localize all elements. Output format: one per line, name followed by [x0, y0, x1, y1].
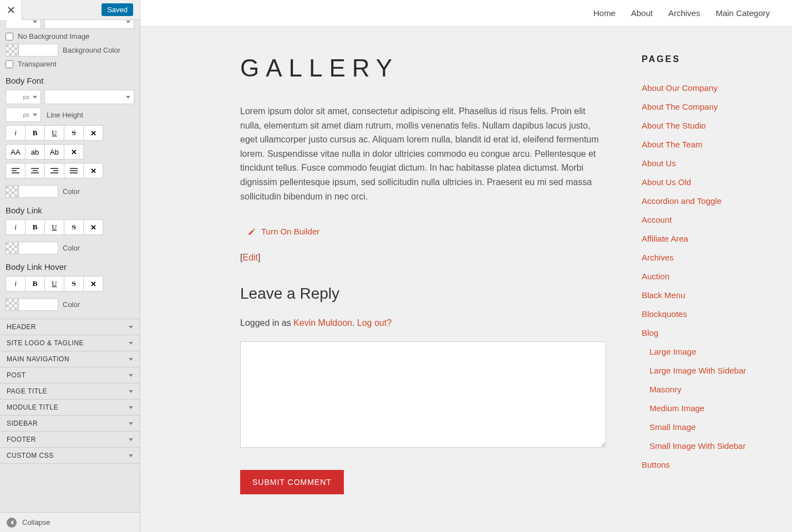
- leave-reply-heading: Leave a Reply: [240, 285, 606, 303]
- chevron-down-icon: [129, 374, 133, 377]
- lowercase-button[interactable]: ab: [25, 144, 45, 160]
- bg-color-input[interactable]: [18, 44, 58, 57]
- align-center-button[interactable]: [25, 163, 45, 178]
- close-button[interactable]: [0, 0, 22, 20]
- clear-transform-button[interactable]: ✕: [64, 144, 84, 160]
- nav-link[interactable]: About: [631, 8, 653, 18]
- page-link[interactable]: Large Image With Sidebar: [642, 366, 769, 375]
- panel-scroll[interactable]: No Background Image Background Color Tra…: [0, 20, 140, 512]
- edit-link[interactable]: Edit: [242, 253, 258, 262]
- chevron-down-icon: [129, 422, 133, 425]
- nav-link[interactable]: Home: [593, 8, 616, 18]
- page-link[interactable]: About The Team: [642, 140, 769, 149]
- collapse-button[interactable]: Collapse: [0, 512, 140, 532]
- accordion-item[interactable]: POST: [0, 367, 140, 383]
- accordion-item[interactable]: CUSTOM CSS: [0, 448, 140, 464]
- bg-repeat-select[interactable]: [44, 20, 134, 29]
- no-bg-image-checkbox[interactable]: [6, 33, 13, 40]
- clear-style-button[interactable]: ✕: [83, 125, 103, 141]
- align-right-button[interactable]: [44, 163, 64, 178]
- align-justify-button[interactable]: [64, 163, 84, 178]
- page-link[interactable]: About The Company: [642, 102, 769, 111]
- hover-clear-button[interactable]: ✕: [83, 276, 103, 291]
- user-profile-link[interactable]: Kevin Muldoon: [293, 318, 352, 328]
- hover-color-swatch[interactable]: [6, 298, 18, 311]
- transparent-checkbox-row[interactable]: Transparent: [6, 60, 134, 68]
- link-bold-button[interactable]: B: [25, 219, 45, 235]
- page-link[interactable]: Archives: [642, 253, 769, 262]
- font-size-select[interactable]: px: [6, 90, 41, 104]
- underline-button[interactable]: U: [44, 125, 64, 141]
- page-link[interactable]: Black Menu: [642, 290, 769, 300]
- accordion-item[interactable]: SITE LOGO & TAGLINE: [0, 335, 140, 351]
- pages-sidebar: PAGES About Our CompanyAbout The Company…: [642, 54, 769, 494]
- page-link[interactable]: Large Image: [642, 347, 769, 356]
- uppercase-button[interactable]: AA: [6, 144, 26, 160]
- accordion-item[interactable]: HEADER: [0, 319, 140, 335]
- italic-button[interactable]: i: [6, 125, 26, 141]
- no-bg-image-label: No Background Image: [18, 32, 89, 40]
- line-height-label: Line Height: [47, 111, 83, 119]
- bg-color-swatch[interactable]: [6, 44, 18, 57]
- accordion-item[interactable]: FOOTER: [0, 432, 140, 448]
- chevron-down-icon: [126, 96, 130, 99]
- page-link[interactable]: Blockquotes: [642, 309, 769, 319]
- link-color-swatch[interactable]: [6, 242, 18, 254]
- page-link[interactable]: Small Image: [642, 422, 769, 432]
- page-link[interactable]: Affiliate Area: [642, 234, 769, 243]
- nav-link[interactable]: Main Category: [715, 8, 770, 18]
- font-style-group: i B U S ✕: [6, 125, 134, 141]
- page-link[interactable]: Small Image With Sidebar: [642, 441, 769, 451]
- page-link[interactable]: About Our Company: [642, 83, 769, 93]
- submit-comment-button[interactable]: SUBMIT COMMENT: [240, 470, 344, 494]
- clear-align-button[interactable]: ✕: [83, 163, 103, 178]
- accordion-item[interactable]: MODULE TITLE: [0, 400, 140, 416]
- hover-color-label: Color: [63, 300, 80, 309]
- turn-on-builder-label: Turn On Builder: [261, 227, 319, 236]
- line-height-select[interactable]: px: [6, 108, 41, 122]
- capitalize-button[interactable]: Ab: [44, 144, 64, 160]
- page-link[interactable]: Accordion and Toggle: [642, 196, 769, 206]
- bg-position-select[interactable]: [6, 20, 41, 29]
- link-color-input[interactable]: [18, 242, 58, 254]
- font-color-input[interactable]: [18, 185, 58, 198]
- page-link[interactable]: About Us: [642, 158, 769, 168]
- link-underline-button[interactable]: U: [44, 219, 64, 235]
- accordion-item[interactable]: MAIN NAVIGATION: [0, 351, 140, 367]
- link-italic-button[interactable]: i: [6, 219, 26, 235]
- font-family-select[interactable]: [44, 90, 134, 104]
- collapse-label: Collapse: [22, 518, 50, 526]
- main-nav: HomeAboutArchivesMain Category: [593, 8, 770, 18]
- page-link[interactable]: Medium Image: [642, 403, 769, 413]
- accordion-item[interactable]: SIDEBAR: [0, 416, 140, 432]
- page-link[interactable]: Masonry: [642, 385, 769, 394]
- page-link[interactable]: Blog: [642, 328, 769, 337]
- no-bg-image-checkbox-row[interactable]: No Background Image: [6, 32, 134, 40]
- preview-pane: HomeAboutArchivesMain Category GALLERY L…: [140, 0, 792, 532]
- hover-color-input[interactable]: [18, 298, 58, 311]
- page-link[interactable]: Auction: [642, 272, 769, 281]
- link-hover-style-group: i B U S ✕: [6, 276, 134, 291]
- transparent-checkbox[interactable]: [6, 60, 13, 68]
- logout-link[interactable]: Log out?: [357, 318, 392, 328]
- page-link[interactable]: About Us Old: [642, 177, 769, 187]
- font-color-swatch[interactable]: [6, 185, 18, 198]
- link-strike-button[interactable]: S: [64, 219, 84, 235]
- hover-underline-button[interactable]: U: [44, 276, 64, 291]
- page-link[interactable]: Account: [642, 215, 769, 224]
- turn-on-builder-link[interactable]: Turn On Builder: [248, 227, 606, 236]
- nav-link[interactable]: Archives: [668, 8, 700, 18]
- strike-button[interactable]: S: [64, 125, 84, 141]
- link-clear-button[interactable]: ✕: [83, 219, 103, 235]
- align-left-button[interactable]: [6, 163, 26, 178]
- page-link[interactable]: About The Studio: [642, 121, 769, 130]
- logged-in-text: Logged in as Kevin Muldoon. Log out?: [240, 318, 606, 328]
- bold-button[interactable]: B: [25, 125, 45, 141]
- hover-bold-button[interactable]: B: [25, 276, 45, 291]
- page-link[interactable]: Buttons: [642, 460, 769, 469]
- comment-textarea[interactable]: [240, 341, 606, 448]
- accordion-item[interactable]: PAGE TITLE: [0, 383, 140, 400]
- saved-badge[interactable]: Saved: [101, 3, 133, 16]
- hover-italic-button[interactable]: i: [6, 276, 26, 291]
- hover-strike-button[interactable]: S: [64, 276, 84, 291]
